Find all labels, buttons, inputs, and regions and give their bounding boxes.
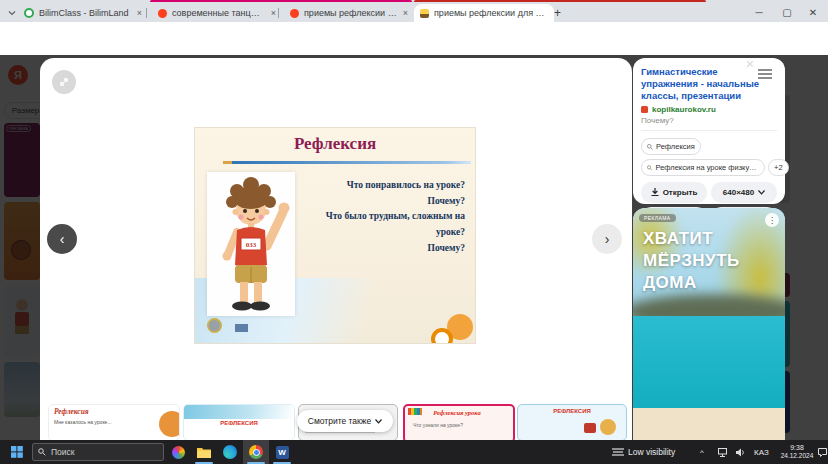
yandex-favicon bbox=[290, 9, 299, 18]
yandex-favicon bbox=[158, 9, 167, 18]
taskbar-widgets-icon[interactable] bbox=[165, 440, 191, 464]
taskbar-edge-icon[interactable] bbox=[217, 440, 243, 464]
language-indicator[interactable]: КАЗ bbox=[754, 440, 769, 464]
slide-flag-decor bbox=[235, 324, 248, 332]
fog-icon bbox=[612, 447, 624, 457]
image-viewer-modal: Рефлексия bbox=[40, 58, 632, 440]
thumb-cartoon-decor bbox=[600, 419, 616, 435]
question-line: Что было трудным, сложным на уроке? bbox=[307, 209, 465, 240]
search-icon bbox=[38, 448, 46, 456]
previous-image-button[interactable]: ‹ bbox=[47, 224, 77, 254]
search-icon bbox=[647, 165, 652, 171]
windows-taskbar: Поиск W Low visibility ^ bbox=[0, 440, 828, 464]
notification-center-icon[interactable] bbox=[818, 440, 827, 464]
slide-image[interactable]: Рефлексия bbox=[195, 128, 475, 343]
tab-reflexia-search[interactable]: приемы рефлексии для урок × bbox=[284, 4, 414, 22]
image-caption: Почему? bbox=[641, 116, 777, 125]
chevron-down-icon bbox=[758, 190, 765, 195]
thumb-cartoon-head bbox=[159, 411, 180, 437]
tab-dances[interactable]: современные танцы — Яндек × bbox=[152, 4, 282, 22]
volume-icon[interactable] bbox=[736, 440, 746, 464]
related-thumb-5[interactable]: РЕФЛЕКСИЯ bbox=[517, 404, 627, 440]
slide-title-rule bbox=[223, 161, 471, 164]
tab-close-icon[interactable]: × bbox=[403, 8, 408, 18]
boy-illustration: 033 bbox=[207, 172, 295, 316]
slide-title: Рефлексия bbox=[195, 134, 475, 154]
source-domain[interactable]: kopilkaurokov.ru bbox=[641, 105, 777, 114]
question-line: Почему? bbox=[307, 241, 465, 257]
tab-reflexia-image-active[interactable]: приемы рефлексии для урок bbox=[414, 4, 554, 22]
page-menu-icon[interactable] bbox=[758, 67, 772, 81]
question-line: Почему? bbox=[307, 194, 465, 210]
taskbar-file-explorer-icon[interactable] bbox=[191, 440, 217, 464]
site-favicon bbox=[641, 106, 648, 113]
related-thumb-2[interactable]: РЕФЛЕКСИЯ bbox=[183, 404, 295, 440]
tab-bilimclass[interactable]: BilimClass - BilimLand × bbox=[18, 4, 148, 22]
window-maximize-button[interactable]: ▢ bbox=[774, 2, 800, 22]
related-thumb-1[interactable]: Рефлексия Мне казалось на уроке... bbox=[48, 404, 180, 440]
ad-menu-icon[interactable]: ⋮ bbox=[765, 213, 779, 227]
tag-chip-2[interactable]: Рефлексия на уроке физкульту... bbox=[641, 159, 765, 176]
search-icon bbox=[647, 144, 653, 150]
next-image-button[interactable]: › bbox=[592, 224, 622, 254]
taskbar-chrome-icon-active[interactable] bbox=[243, 440, 269, 464]
taskbar-word-icon[interactable]: W bbox=[269, 440, 295, 464]
more-tags-chip[interactable]: +2 bbox=[768, 159, 789, 176]
beach-decor bbox=[633, 408, 785, 440]
advertisement[interactable]: РЕКЛАМА ⋮ ХВАТИТ МЁРЗНУТЬ ДОМА Kaspi Tra… bbox=[633, 208, 785, 440]
slide-questions: Что понравилось на уроке? Почему? Что бы… bbox=[307, 178, 465, 256]
tab-bar: BilimClass - BilimLand × современные тан… bbox=[0, 2, 828, 22]
chevron-down-icon bbox=[375, 419, 382, 424]
bookmarks-bar: G Gmail YouTube Карты Все закладки bbox=[0, 40, 828, 56]
window-minimize-button[interactable]: ─ bbox=[746, 2, 772, 22]
new-tab-button[interactable]: + bbox=[548, 4, 574, 22]
window-close-button[interactable]: ✕ bbox=[800, 2, 826, 22]
tag-chip-1[interactable]: Рефлексия bbox=[641, 138, 701, 155]
windows-logo-icon bbox=[11, 446, 23, 458]
weather-widget[interactable]: Low visibility bbox=[612, 440, 675, 464]
open-image-button[interactable]: Открыть bbox=[641, 182, 707, 203]
related-thumb-4[interactable]: Рефлексия урока Что узнали на уроке? bbox=[403, 404, 515, 440]
question-line: Что понравилось на уроке? bbox=[307, 178, 465, 194]
start-button[interactable] bbox=[4, 440, 30, 464]
slide-logo bbox=[207, 318, 222, 333]
image-favicon bbox=[420, 9, 429, 18]
sea-decor bbox=[633, 316, 785, 414]
screen: BilimClass - BilimLand × современные тан… bbox=[0, 0, 828, 464]
download-icon bbox=[651, 188, 659, 197]
yandex-images-page: Я Размер ⌄ РЕКЛАМА bbox=[0, 55, 828, 440]
viewer-close-icon[interactable]: × bbox=[741, 55, 759, 72]
network-icon[interactable] bbox=[718, 440, 729, 464]
bilimclass-favicon bbox=[24, 8, 34, 18]
ad-headline: ХВАТИТ МЁРЗНУТЬ ДОМА bbox=[643, 228, 761, 294]
tab-close-icon[interactable]: × bbox=[271, 8, 276, 18]
bib-number: 033 bbox=[246, 241, 257, 249]
expand-image-button[interactable] bbox=[52, 70, 76, 94]
clock[interactable]: 9:38 24.12.2024 bbox=[776, 440, 818, 464]
taskbar-search-box[interactable]: Поиск bbox=[32, 443, 164, 461]
slide-ring-decor bbox=[431, 328, 453, 343]
tab-close-icon[interactable]: × bbox=[137, 8, 142, 18]
ad-badge: РЕКЛАМА bbox=[639, 214, 676, 222]
address-bar: ← → yandex.kz/images/search?from=tabbar&… bbox=[0, 22, 828, 40]
image-size-dropdown[interactable]: 640×480 bbox=[711, 182, 777, 203]
see-also-button[interactable]: Смотрите также bbox=[297, 410, 393, 432]
tray-expand-icon[interactable]: ^ bbox=[700, 440, 704, 464]
